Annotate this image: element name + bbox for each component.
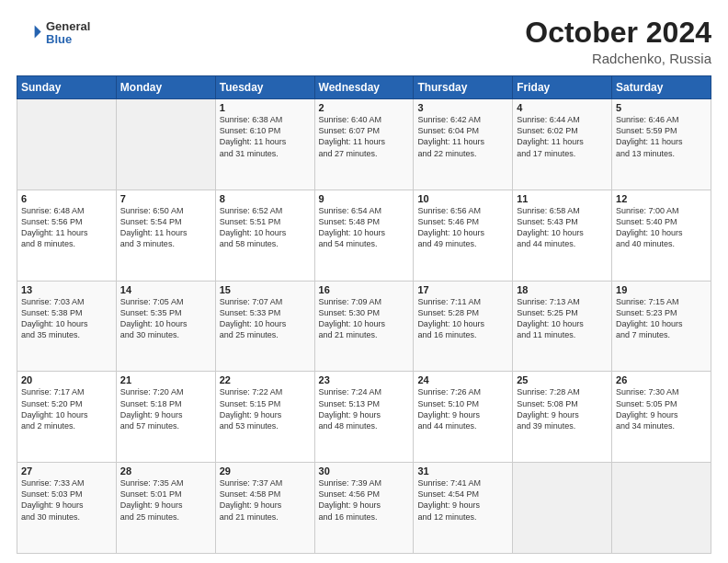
day-number: 8 bbox=[220, 193, 311, 204]
cell-info: Sunrise: 7:11 AM Sunset: 5:28 PM Dayligh… bbox=[417, 296, 508, 341]
day-header: Tuesday bbox=[215, 76, 314, 99]
calendar-cell: 10Sunrise: 6:56 AM Sunset: 5:46 PM Dayli… bbox=[414, 190, 513, 281]
day-header: Friday bbox=[513, 76, 612, 99]
calendar-week: 27Sunrise: 7:33 AM Sunset: 5:03 PM Dayli… bbox=[17, 463, 711, 554]
calendar-cell: 9Sunrise: 6:54 AM Sunset: 5:48 PM Daylig… bbox=[314, 190, 414, 281]
logo-text: General Blue bbox=[46, 20, 90, 47]
calendar-week: 1Sunrise: 6:38 AM Sunset: 6:10 PM Daylig… bbox=[17, 99, 711, 190]
calendar-cell: 3Sunrise: 6:42 AM Sunset: 6:04 PM Daylig… bbox=[414, 99, 513, 190]
calendar-cell: 17Sunrise: 7:11 AM Sunset: 5:28 PM Dayli… bbox=[414, 281, 513, 372]
logo-general-text: General bbox=[46, 20, 90, 33]
svg-rect-1 bbox=[22, 26, 35, 39]
cell-info: Sunrise: 7:22 AM Sunset: 5:15 PM Dayligh… bbox=[220, 386, 311, 431]
calendar-cell: 25Sunrise: 7:28 AM Sunset: 5:08 PM Dayli… bbox=[513, 372, 612, 463]
calendar-table: SundayMondayTuesdayWednesdayThursdayFrid… bbox=[17, 75, 711, 554]
cell-info: Sunrise: 7:00 AM Sunset: 5:40 PM Dayligh… bbox=[616, 205, 707, 250]
day-number: 7 bbox=[120, 193, 211, 204]
day-number: 30 bbox=[319, 465, 410, 477]
day-number: 27 bbox=[21, 465, 112, 477]
day-number: 11 bbox=[517, 193, 608, 204]
day-number: 12 bbox=[616, 193, 707, 204]
day-number: 25 bbox=[517, 374, 608, 385]
title-block: October 2024 Radchenko, Russia bbox=[525, 17, 711, 66]
day-header: Saturday bbox=[612, 76, 711, 99]
calendar-cell: 21Sunrise: 7:20 AM Sunset: 5:18 PM Dayli… bbox=[116, 372, 215, 463]
day-number: 18 bbox=[517, 284, 608, 295]
day-number: 17 bbox=[417, 284, 508, 295]
cell-info: Sunrise: 7:17 AM Sunset: 5:20 PM Dayligh… bbox=[21, 386, 112, 431]
cell-info: Sunrise: 7:30 AM Sunset: 5:05 PM Dayligh… bbox=[616, 386, 707, 431]
calendar-cell: 22Sunrise: 7:22 AM Sunset: 5:15 PM Dayli… bbox=[215, 372, 314, 463]
calendar-cell: 28Sunrise: 7:35 AM Sunset: 5:01 PM Dayli… bbox=[116, 463, 215, 554]
cell-info: Sunrise: 7:26 AM Sunset: 5:10 PM Dayligh… bbox=[417, 386, 508, 431]
cell-info: Sunrise: 7:20 AM Sunset: 5:18 PM Dayligh… bbox=[120, 386, 211, 431]
day-number: 13 bbox=[21, 284, 112, 295]
calendar-body: 1Sunrise: 6:38 AM Sunset: 6:10 PM Daylig… bbox=[17, 99, 711, 554]
calendar-cell: 30Sunrise: 7:39 AM Sunset: 4:56 PM Dayli… bbox=[314, 463, 414, 554]
cell-info: Sunrise: 7:28 AM Sunset: 5:08 PM Dayligh… bbox=[517, 386, 608, 431]
cell-info: Sunrise: 7:03 AM Sunset: 5:38 PM Dayligh… bbox=[21, 296, 112, 341]
calendar-cell bbox=[17, 99, 117, 190]
cell-info: Sunrise: 7:33 AM Sunset: 5:03 PM Dayligh… bbox=[21, 477, 112, 523]
calendar-cell: 16Sunrise: 7:09 AM Sunset: 5:30 PM Dayli… bbox=[314, 281, 414, 372]
day-header: Monday bbox=[116, 76, 215, 99]
page: General Blue October 2024 Radchenko, Rus… bbox=[0, 0, 728, 563]
cell-info: Sunrise: 7:37 AM Sunset: 4:58 PM Dayligh… bbox=[220, 477, 311, 523]
day-number: 21 bbox=[120, 374, 211, 385]
day-number: 3 bbox=[417, 102, 508, 113]
calendar-cell: 26Sunrise: 7:30 AM Sunset: 5:05 PM Dayli… bbox=[612, 372, 711, 463]
calendar-cell: 20Sunrise: 7:17 AM Sunset: 5:20 PM Dayli… bbox=[17, 372, 117, 463]
cell-info: Sunrise: 7:15 AM Sunset: 5:23 PM Dayligh… bbox=[616, 296, 707, 341]
cell-info: Sunrise: 6:58 AM Sunset: 5:43 PM Dayligh… bbox=[517, 205, 608, 250]
cell-info: Sunrise: 7:41 AM Sunset: 4:54 PM Dayligh… bbox=[417, 477, 508, 523]
logo: General Blue bbox=[17, 20, 90, 47]
day-header: Wednesday bbox=[314, 76, 414, 99]
calendar-cell: 13Sunrise: 7:03 AM Sunset: 5:38 PM Dayli… bbox=[17, 281, 117, 372]
cell-info: Sunrise: 7:39 AM Sunset: 4:56 PM Dayligh… bbox=[319, 477, 410, 523]
calendar-cell: 19Sunrise: 7:15 AM Sunset: 5:23 PM Dayli… bbox=[612, 281, 711, 372]
calendar-cell: 8Sunrise: 6:52 AM Sunset: 5:51 PM Daylig… bbox=[215, 190, 314, 281]
calendar-week: 6Sunrise: 6:48 AM Sunset: 5:56 PM Daylig… bbox=[17, 190, 711, 281]
cell-info: Sunrise: 6:46 AM Sunset: 5:59 PM Dayligh… bbox=[616, 114, 707, 159]
day-number: 15 bbox=[220, 284, 311, 295]
cell-info: Sunrise: 7:09 AM Sunset: 5:30 PM Dayligh… bbox=[319, 296, 410, 341]
day-number: 31 bbox=[417, 465, 508, 477]
calendar-cell: 7Sunrise: 6:50 AM Sunset: 5:54 PM Daylig… bbox=[116, 190, 215, 281]
calendar-cell: 11Sunrise: 6:58 AM Sunset: 5:43 PM Dayli… bbox=[513, 190, 612, 281]
day-number: 1 bbox=[220, 102, 311, 113]
cell-info: Sunrise: 6:48 AM Sunset: 5:56 PM Dayligh… bbox=[21, 205, 112, 250]
cell-info: Sunrise: 7:35 AM Sunset: 5:01 PM Dayligh… bbox=[120, 477, 211, 523]
day-number: 14 bbox=[120, 284, 211, 295]
day-number: 24 bbox=[417, 374, 508, 385]
calendar-cell: 4Sunrise: 6:44 AM Sunset: 6:02 PM Daylig… bbox=[513, 99, 612, 190]
calendar-cell: 1Sunrise: 6:38 AM Sunset: 6:10 PM Daylig… bbox=[215, 99, 314, 190]
calendar-cell: 27Sunrise: 7:33 AM Sunset: 5:03 PM Dayli… bbox=[17, 463, 117, 554]
calendar-cell: 14Sunrise: 7:05 AM Sunset: 5:35 PM Dayli… bbox=[116, 281, 215, 372]
day-number: 6 bbox=[21, 193, 112, 204]
day-header: Sunday bbox=[17, 76, 117, 99]
calendar-cell: 15Sunrise: 7:07 AM Sunset: 5:33 PM Dayli… bbox=[215, 281, 314, 372]
calendar-cell: 18Sunrise: 7:13 AM Sunset: 5:25 PM Dayli… bbox=[513, 281, 612, 372]
day-number: 2 bbox=[319, 102, 410, 113]
day-number: 22 bbox=[220, 374, 311, 385]
month-title: October 2024 bbox=[525, 17, 711, 49]
cell-info: Sunrise: 7:13 AM Sunset: 5:25 PM Dayligh… bbox=[517, 296, 608, 341]
day-number: 26 bbox=[616, 374, 707, 385]
calendar-cell: 6Sunrise: 6:48 AM Sunset: 5:56 PM Daylig… bbox=[17, 190, 117, 281]
cell-info: Sunrise: 6:42 AM Sunset: 6:04 PM Dayligh… bbox=[417, 114, 508, 159]
calendar-week: 20Sunrise: 7:17 AM Sunset: 5:20 PM Dayli… bbox=[17, 372, 711, 463]
day-number: 20 bbox=[21, 374, 112, 385]
calendar-cell: 31Sunrise: 7:41 AM Sunset: 4:54 PM Dayli… bbox=[414, 463, 513, 554]
cell-info: Sunrise: 6:38 AM Sunset: 6:10 PM Dayligh… bbox=[220, 114, 311, 159]
day-number: 5 bbox=[616, 102, 707, 113]
cell-info: Sunrise: 6:40 AM Sunset: 6:07 PM Dayligh… bbox=[319, 114, 410, 159]
calendar-cell bbox=[513, 463, 612, 554]
calendar-cell: 24Sunrise: 7:26 AM Sunset: 5:10 PM Dayli… bbox=[414, 372, 513, 463]
calendar-cell: 23Sunrise: 7:24 AM Sunset: 5:13 PM Dayli… bbox=[314, 372, 414, 463]
cell-info: Sunrise: 6:52 AM Sunset: 5:51 PM Dayligh… bbox=[220, 205, 311, 250]
cell-info: Sunrise: 6:54 AM Sunset: 5:48 PM Dayligh… bbox=[319, 205, 410, 250]
cell-info: Sunrise: 7:05 AM Sunset: 5:35 PM Dayligh… bbox=[120, 296, 211, 341]
day-number: 19 bbox=[616, 284, 707, 295]
logo-blue-text: Blue bbox=[46, 33, 90, 46]
day-header: Thursday bbox=[414, 76, 513, 99]
